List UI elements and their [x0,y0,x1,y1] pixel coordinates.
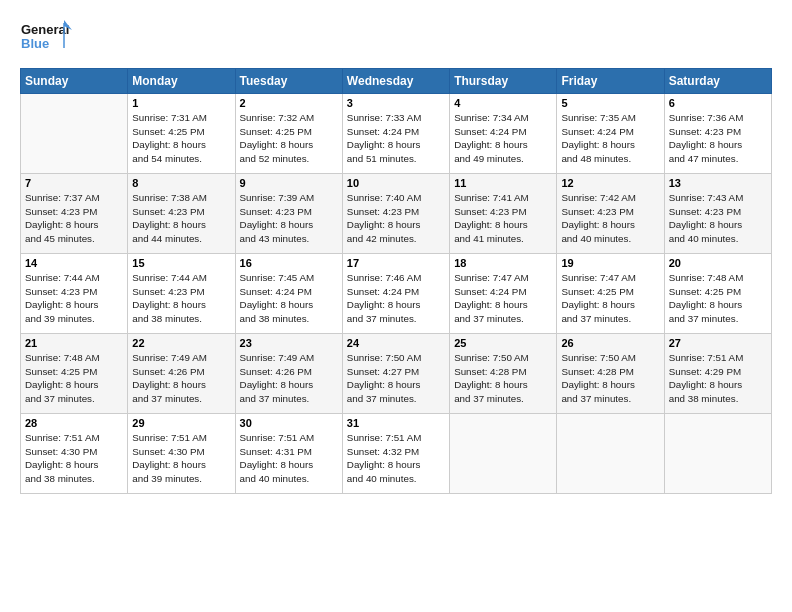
calendar-week-row: 28Sunrise: 7:51 AM Sunset: 4:30 PM Dayli… [21,414,772,494]
day-info: Sunrise: 7:32 AM Sunset: 4:25 PM Dayligh… [240,111,338,166]
day-info: Sunrise: 7:51 AM Sunset: 4:29 PM Dayligh… [669,351,767,406]
day-info: Sunrise: 7:50 AM Sunset: 4:27 PM Dayligh… [347,351,445,406]
calendar-cell: 22Sunrise: 7:49 AM Sunset: 4:26 PM Dayli… [128,334,235,414]
calendar-cell: 16Sunrise: 7:45 AM Sunset: 4:24 PM Dayli… [235,254,342,334]
day-info: Sunrise: 7:39 AM Sunset: 4:23 PM Dayligh… [240,191,338,246]
calendar-cell: 17Sunrise: 7:46 AM Sunset: 4:24 PM Dayli… [342,254,449,334]
calendar-header-row: SundayMondayTuesdayWednesdayThursdayFrid… [21,69,772,94]
day-number: 24 [347,337,445,349]
calendar-day-header: Thursday [450,69,557,94]
calendar-cell: 29Sunrise: 7:51 AM Sunset: 4:30 PM Dayli… [128,414,235,494]
day-info: Sunrise: 7:40 AM Sunset: 4:23 PM Dayligh… [347,191,445,246]
calendar-cell: 24Sunrise: 7:50 AM Sunset: 4:27 PM Dayli… [342,334,449,414]
calendar-day-header: Saturday [664,69,771,94]
calendar-week-row: 21Sunrise: 7:48 AM Sunset: 4:25 PM Dayli… [21,334,772,414]
calendar-cell: 1Sunrise: 7:31 AM Sunset: 4:25 PM Daylig… [128,94,235,174]
day-info: Sunrise: 7:50 AM Sunset: 4:28 PM Dayligh… [561,351,659,406]
day-number: 29 [132,417,230,429]
calendar-cell: 9Sunrise: 7:39 AM Sunset: 4:23 PM Daylig… [235,174,342,254]
day-number: 13 [669,177,767,189]
svg-text:Blue: Blue [21,36,49,51]
calendar-table: SundayMondayTuesdayWednesdayThursdayFrid… [20,68,772,494]
calendar-cell: 18Sunrise: 7:47 AM Sunset: 4:24 PM Dayli… [450,254,557,334]
day-info: Sunrise: 7:33 AM Sunset: 4:24 PM Dayligh… [347,111,445,166]
calendar-cell [450,414,557,494]
calendar-cell: 28Sunrise: 7:51 AM Sunset: 4:30 PM Dayli… [21,414,128,494]
day-info: Sunrise: 7:48 AM Sunset: 4:25 PM Dayligh… [669,271,767,326]
day-number: 8 [132,177,230,189]
calendar-cell: 7Sunrise: 7:37 AM Sunset: 4:23 PM Daylig… [21,174,128,254]
day-info: Sunrise: 7:44 AM Sunset: 4:23 PM Dayligh… [132,271,230,326]
calendar-cell: 12Sunrise: 7:42 AM Sunset: 4:23 PM Dayli… [557,174,664,254]
day-info: Sunrise: 7:49 AM Sunset: 4:26 PM Dayligh… [132,351,230,406]
day-info: Sunrise: 7:43 AM Sunset: 4:23 PM Dayligh… [669,191,767,246]
day-number: 22 [132,337,230,349]
calendar-day-header: Sunday [21,69,128,94]
calendar-cell: 23Sunrise: 7:49 AM Sunset: 4:26 PM Dayli… [235,334,342,414]
day-info: Sunrise: 7:46 AM Sunset: 4:24 PM Dayligh… [347,271,445,326]
day-number: 28 [25,417,123,429]
calendar-day-header: Friday [557,69,664,94]
logo: General Blue [20,18,72,60]
day-number: 16 [240,257,338,269]
day-number: 6 [669,97,767,109]
day-info: Sunrise: 7:49 AM Sunset: 4:26 PM Dayligh… [240,351,338,406]
day-number: 17 [347,257,445,269]
day-number: 25 [454,337,552,349]
day-number: 1 [132,97,230,109]
day-info: Sunrise: 7:41 AM Sunset: 4:23 PM Dayligh… [454,191,552,246]
calendar-week-row: 14Sunrise: 7:44 AM Sunset: 4:23 PM Dayli… [21,254,772,334]
day-number: 23 [240,337,338,349]
day-info: Sunrise: 7:44 AM Sunset: 4:23 PM Dayligh… [25,271,123,326]
day-info: Sunrise: 7:36 AM Sunset: 4:23 PM Dayligh… [669,111,767,166]
day-number: 14 [25,257,123,269]
day-info: Sunrise: 7:48 AM Sunset: 4:25 PM Dayligh… [25,351,123,406]
calendar-week-row: 1Sunrise: 7:31 AM Sunset: 4:25 PM Daylig… [21,94,772,174]
day-number: 11 [454,177,552,189]
day-info: Sunrise: 7:42 AM Sunset: 4:23 PM Dayligh… [561,191,659,246]
calendar-cell: 31Sunrise: 7:51 AM Sunset: 4:32 PM Dayli… [342,414,449,494]
day-number: 15 [132,257,230,269]
calendar-cell: 10Sunrise: 7:40 AM Sunset: 4:23 PM Dayli… [342,174,449,254]
day-number: 27 [669,337,767,349]
day-info: Sunrise: 7:51 AM Sunset: 4:30 PM Dayligh… [132,431,230,486]
day-number: 2 [240,97,338,109]
calendar-cell [21,94,128,174]
day-number: 31 [347,417,445,429]
day-info: Sunrise: 7:51 AM Sunset: 4:31 PM Dayligh… [240,431,338,486]
day-info: Sunrise: 7:35 AM Sunset: 4:24 PM Dayligh… [561,111,659,166]
calendar-cell: 13Sunrise: 7:43 AM Sunset: 4:23 PM Dayli… [664,174,771,254]
calendar-day-header: Wednesday [342,69,449,94]
calendar-cell [557,414,664,494]
calendar-cell: 5Sunrise: 7:35 AM Sunset: 4:24 PM Daylig… [557,94,664,174]
day-number: 26 [561,337,659,349]
day-number: 30 [240,417,338,429]
day-number: 20 [669,257,767,269]
calendar-cell: 19Sunrise: 7:47 AM Sunset: 4:25 PM Dayli… [557,254,664,334]
calendar-cell: 8Sunrise: 7:38 AM Sunset: 4:23 PM Daylig… [128,174,235,254]
day-number: 3 [347,97,445,109]
day-info: Sunrise: 7:47 AM Sunset: 4:24 PM Dayligh… [454,271,552,326]
day-number: 21 [25,337,123,349]
day-info: Sunrise: 7:51 AM Sunset: 4:32 PM Dayligh… [347,431,445,486]
day-number: 12 [561,177,659,189]
day-info: Sunrise: 7:51 AM Sunset: 4:30 PM Dayligh… [25,431,123,486]
day-number: 18 [454,257,552,269]
day-info: Sunrise: 7:50 AM Sunset: 4:28 PM Dayligh… [454,351,552,406]
calendar-cell: 15Sunrise: 7:44 AM Sunset: 4:23 PM Dayli… [128,254,235,334]
calendar-cell: 3Sunrise: 7:33 AM Sunset: 4:24 PM Daylig… [342,94,449,174]
day-number: 10 [347,177,445,189]
calendar-cell: 26Sunrise: 7:50 AM Sunset: 4:28 PM Dayli… [557,334,664,414]
day-number: 7 [25,177,123,189]
day-info: Sunrise: 7:37 AM Sunset: 4:23 PM Dayligh… [25,191,123,246]
calendar-week-row: 7Sunrise: 7:37 AM Sunset: 4:23 PM Daylig… [21,174,772,254]
calendar-cell: 11Sunrise: 7:41 AM Sunset: 4:23 PM Dayli… [450,174,557,254]
page-header: General Blue [20,18,772,60]
calendar-cell [664,414,771,494]
calendar-cell: 21Sunrise: 7:48 AM Sunset: 4:25 PM Dayli… [21,334,128,414]
calendar-cell: 4Sunrise: 7:34 AM Sunset: 4:24 PM Daylig… [450,94,557,174]
calendar-cell: 25Sunrise: 7:50 AM Sunset: 4:28 PM Dayli… [450,334,557,414]
day-info: Sunrise: 7:45 AM Sunset: 4:24 PM Dayligh… [240,271,338,326]
day-info: Sunrise: 7:31 AM Sunset: 4:25 PM Dayligh… [132,111,230,166]
calendar-day-header: Tuesday [235,69,342,94]
